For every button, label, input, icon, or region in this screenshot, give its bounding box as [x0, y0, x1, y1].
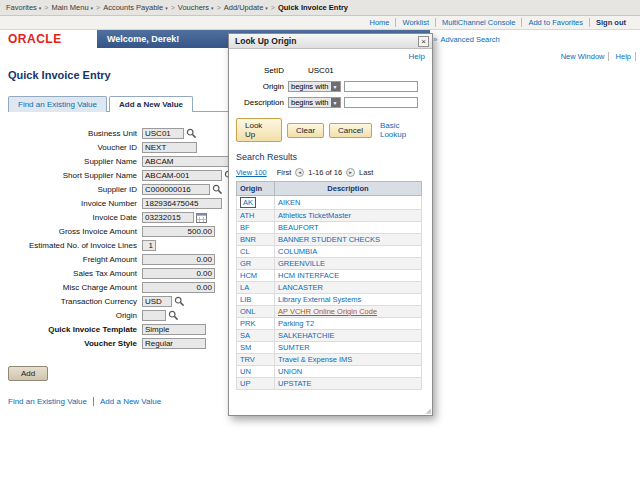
- origin-description-link[interactable]: UPSTATE: [278, 379, 311, 388]
- help-link[interactable]: Help: [612, 52, 636, 61]
- find-existing-value-link[interactable]: Find an Existing Value: [8, 397, 94, 406]
- estimated-invoice-lines-field[interactable]: 1: [142, 240, 156, 251]
- clear-button[interactable]: Clear: [287, 123, 324, 138]
- origin-code-link[interactable]: CL: [240, 247, 250, 256]
- modal-title-bar[interactable]: Look Up Origin ×: [229, 34, 432, 49]
- origin-operator-select[interactable]: begins with ▼: [288, 81, 341, 92]
- origin-search-input[interactable]: [344, 81, 418, 92]
- origin-description-link[interactable]: BEAUFORT: [278, 223, 319, 232]
- origin-lookup-icon[interactable]: [168, 310, 179, 321]
- origin-description-link[interactable]: LANCASTER: [278, 283, 323, 292]
- new-window-link[interactable]: New Window: [557, 52, 610, 61]
- misc-charge-amount-field[interactable]: 0.00: [142, 282, 215, 293]
- origin-code-link[interactable]: LIB: [240, 295, 251, 304]
- origin-code-link[interactable]: LA: [240, 283, 249, 292]
- table-row: AKAIKEN: [237, 196, 422, 210]
- origin-code-link[interactable]: ATH: [240, 211, 254, 220]
- tab-find-an-existing-value[interactable]: Find an Existing Value: [8, 96, 107, 112]
- supplier-id-field[interactable]: C000000016: [142, 184, 210, 195]
- breadcrumb-add-update[interactable]: Add/Update▾: [224, 3, 268, 12]
- origin-description-link[interactable]: SALKEHATCHIE: [278, 331, 335, 340]
- origin-description-link[interactable]: Travel & Expense IMS: [278, 355, 352, 364]
- breadcrumb-accounts-payable[interactable]: Accounts Payable▾: [103, 3, 168, 12]
- advanced-search-link[interactable]: Advanced Search: [440, 35, 499, 44]
- breadcrumb-main-menu[interactable]: Main Menu▾: [51, 3, 93, 12]
- add-to-favorites-link[interactable]: Add to Favorites: [522, 18, 590, 27]
- breadcrumb-separator: >: [96, 4, 100, 11]
- origin-description-link[interactable]: HCM INTERFACE: [278, 271, 339, 280]
- origin-description-link[interactable]: AIKEN: [278, 198, 301, 207]
- previous-page-icon[interactable]: ◄: [295, 168, 304, 177]
- logo-area: ORACLE: [0, 30, 97, 48]
- description-column-header[interactable]: Description: [275, 182, 422, 196]
- origin-code-link[interactable]: UN: [240, 367, 251, 376]
- transaction-currency-field[interactable]: USD: [142, 296, 172, 307]
- invoice-date-field[interactable]: 03232015: [142, 212, 194, 223]
- origin-code-link[interactable]: ONL: [240, 307, 255, 316]
- estimated-invoice-lines-label: Estimated No. of Invoice Lines: [0, 241, 142, 250]
- first-page-label[interactable]: First: [277, 168, 292, 177]
- resize-handle[interactable]: ◢: [426, 407, 431, 415]
- origin-description-link[interactable]: GREENVILLE: [278, 259, 325, 268]
- origin-description-link[interactable]: AP VCHR Online Origin Code: [278, 307, 377, 316]
- breadcrumb-vouchers[interactable]: Vouchers▾: [178, 3, 214, 12]
- last-page-label[interactable]: Last: [359, 168, 373, 177]
- modal-help-link[interactable]: Help: [409, 52, 425, 61]
- home-link[interactable]: Home: [363, 18, 396, 27]
- next-page-icon[interactable]: ►: [346, 168, 355, 177]
- origin-description-link[interactable]: COLUMBIA: [278, 247, 317, 256]
- cancel-button[interactable]: Cancel: [329, 123, 372, 138]
- origin-code-link[interactable]: UP: [240, 379, 250, 388]
- caret-down-icon: ▾: [39, 5, 42, 11]
- sign-out-link[interactable]: Sign out: [590, 18, 632, 27]
- transaction-currency-lookup-icon[interactable]: [174, 296, 185, 307]
- table-row: BFBEAUFORT: [237, 222, 422, 234]
- business-unit-field[interactable]: USC01: [142, 128, 184, 139]
- origin-code-link[interactable]: BF: [240, 223, 250, 232]
- basic-lookup-link[interactable]: Basic Lookup: [380, 121, 425, 139]
- close-icon[interactable]: ×: [418, 36, 429, 47]
- breadcrumb-current-page: Quick Invoice Entry: [278, 3, 348, 12]
- short-supplier-name-field[interactable]: ABCAM-001: [142, 170, 222, 181]
- quick-invoice-template-select[interactable]: Simple: [142, 324, 206, 335]
- breadcrumb-favorites[interactable]: Favorites▾: [6, 3, 41, 12]
- origin-code-link[interactable]: SM: [240, 343, 251, 352]
- origin-column-header[interactable]: Origin: [237, 182, 275, 196]
- freight-amount-label: Freight Amount: [0, 255, 142, 264]
- sales-tax-amount-field[interactable]: 0.00: [142, 268, 215, 279]
- voucher-id-field[interactable]: NEXT: [142, 142, 197, 153]
- description-operator-select[interactable]: begins with ▼: [288, 97, 341, 108]
- origin-description-link[interactable]: UNION: [278, 367, 302, 376]
- worklist-link[interactable]: Worklist: [396, 18, 436, 27]
- view-all-link[interactable]: View 100: [236, 168, 267, 177]
- origin-description-link[interactable]: SUMTER: [278, 343, 310, 352]
- tab-add-a-new-value[interactable]: Add a New Value: [109, 96, 193, 112]
- origin-description-link[interactable]: BANNER STUDENT CHECKS: [278, 235, 380, 244]
- origin-code-link[interactable]: PRK: [240, 319, 255, 328]
- invoice-date-calendar-icon[interactable]: [196, 212, 207, 223]
- description-search-input[interactable]: [344, 97, 418, 108]
- add-button[interactable]: Add: [8, 366, 48, 381]
- origin-field[interactable]: [142, 310, 166, 321]
- business-unit-lookup-icon[interactable]: [186, 128, 197, 139]
- supplier-name-field[interactable]: ABCAM: [142, 156, 237, 167]
- origin-code-link[interactable]: TRV: [240, 355, 255, 364]
- caret-down-icon: ▾: [165, 5, 168, 11]
- look-up-button[interactable]: Look Up: [236, 118, 282, 142]
- supplier-id-lookup-icon[interactable]: [212, 184, 223, 195]
- origin-code-link[interactable]: SA: [240, 331, 250, 340]
- add-new-value-link[interactable]: Add a New Value: [100, 397, 161, 406]
- origin-description-link[interactable]: Parking T2: [278, 319, 314, 328]
- voucher-style-select[interactable]: Regular: [142, 338, 206, 349]
- origin-description-link[interactable]: Athletics TicketMaster: [278, 211, 351, 220]
- origin-code-link[interactable]: BNR: [240, 235, 256, 244]
- breadcrumb-separator: >: [171, 4, 175, 11]
- origin-code-link[interactable]: GR: [240, 259, 251, 268]
- origin-description-link[interactable]: Library External Systems: [278, 295, 361, 304]
- invoice-number-field[interactable]: 182936475045: [142, 198, 222, 209]
- origin-code-link[interactable]: HCM: [240, 271, 257, 280]
- freight-amount-field[interactable]: 0.00: [142, 254, 215, 265]
- multichannel-console-link[interactable]: MultiChannel Console: [436, 18, 522, 27]
- gross-invoice-amount-field[interactable]: 500.00: [142, 226, 215, 237]
- origin-code-link[interactable]: AK: [240, 197, 256, 208]
